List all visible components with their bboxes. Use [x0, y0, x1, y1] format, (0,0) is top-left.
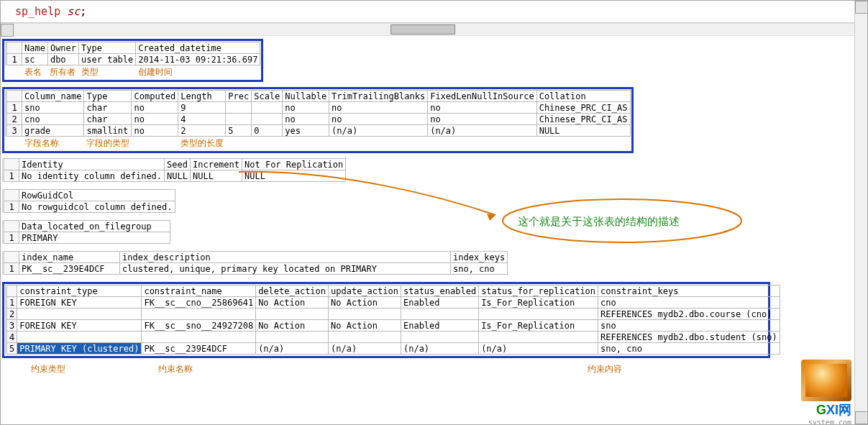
- cell: [256, 332, 329, 343]
- cell: (n/a): [256, 343, 329, 355]
- table-row[interactable]: 2cnocharno4 nononoChinese_PRC_CI_AS: [6, 114, 631, 125]
- row-number: 1: [4, 201, 19, 213]
- table-row[interactable]: 1 sc dbo user table 2014-11-03 09:21:36.…: [6, 54, 260, 65]
- cell: [329, 332, 401, 343]
- col: Type: [84, 91, 132, 102]
- table-row[interactable]: 1PK__sc__239E4DCFclustered, unique, prim…: [4, 263, 508, 275]
- table-row[interactable]: 4 REFERENCES mydb2.dbo.student (sno): [6, 332, 780, 343]
- cell: NULL: [190, 170, 242, 182]
- table-row[interactable]: 5PRIMARY KEY (clustered)PK__sc__239E4DCF…: [6, 343, 780, 355]
- cell: (n/a): [401, 343, 478, 355]
- sql-argument: sc: [67, 5, 80, 18]
- col-created: Created_datetime: [136, 42, 260, 54]
- col: Scale: [252, 91, 283, 102]
- table-row[interactable]: 1FOREIGN KEYFK__sc__cno__25869641No Acti…: [6, 297, 780, 309]
- cell: Chinese_PRC_CI_AS: [536, 114, 630, 125]
- row-number: 1: [6, 54, 22, 65]
- cell: (n/a): [479, 343, 598, 355]
- table-header-row: index_nameindex_descriptionindex_keys: [4, 252, 508, 263]
- col: Column_name: [22, 91, 84, 102]
- cell: [329, 309, 401, 320]
- cell: char: [84, 114, 132, 125]
- cell: user table: [79, 54, 136, 65]
- vertical-scrollbar[interactable]: [854, 1, 867, 424]
- cell: yes: [283, 125, 329, 137]
- table-row[interactable]: 3FOREIGN KEYFK__sc__sno__24927208No Acti…: [6, 320, 780, 332]
- table-header-row: constraint_typeconstraint_namedelete_act…: [6, 285, 780, 297]
- table-columns: Column_name Type Computed Length Prec Sc…: [5, 90, 631, 150]
- col: FixedLenNullInSource: [428, 91, 537, 102]
- cell: no: [132, 102, 178, 114]
- table-row[interactable]: 1No rowguidcol column defined.: [4, 201, 175, 213]
- table-basic-info: Name Owner Type Created_datetime 1 sc db…: [5, 42, 260, 78]
- cell: [17, 332, 142, 343]
- cell: no: [132, 114, 178, 125]
- cell: No Action: [329, 320, 401, 332]
- cell: REFERENCES mydb2.dbo.student (sno): [598, 332, 780, 343]
- site-logo: GXI网 system.com: [772, 360, 851, 423]
- cell: no: [132, 125, 178, 137]
- col: Computed: [132, 91, 178, 102]
- table-row[interactable]: 3gradesmallintno250yes(n/a)(n/a)NULL: [6, 125, 631, 137]
- row-number: 1: [4, 263, 19, 275]
- results-area: Name Owner Type Created_datetime 1 sc db…: [1, 36, 867, 380]
- annot: 约束类型: [31, 363, 153, 375]
- cell: sno, cno: [451, 263, 508, 275]
- col: index_description: [120, 252, 451, 263]
- cell: sno: [22, 102, 84, 114]
- table-identity: IdentitySeedIncrementNot For Replication…: [2, 158, 346, 182]
- row-number: 4: [6, 332, 17, 343]
- sql-command: sp_help: [15, 5, 60, 18]
- row-number: 2: [6, 309, 17, 320]
- row-number-header: [6, 285, 17, 297]
- horizontal-scrollbar[interactable]: [1, 23, 867, 36]
- row-number: 1: [6, 102, 22, 114]
- col: Prec: [226, 91, 252, 102]
- col: delete_action: [256, 285, 329, 297]
- cell: clustered, unique, primary key located o…: [120, 263, 451, 275]
- annot: 字段的类型: [84, 137, 132, 150]
- cell: no: [428, 114, 537, 125]
- cell: [256, 309, 329, 320]
- logo-subtext: system.com: [772, 419, 851, 425]
- table-header-row: IdentitySeedIncrementNot For Replication: [4, 159, 346, 170]
- col: constraint_keys: [598, 285, 780, 297]
- annot: 约束内容: [588, 363, 622, 375]
- cell: [142, 332, 256, 343]
- col: Not For Replication: [242, 159, 346, 170]
- row-number-header: [4, 252, 19, 263]
- table-row[interactable]: 1PRIMARY: [4, 232, 170, 244]
- cell: No identity column defined.: [19, 170, 165, 182]
- row-number: 1: [6, 297, 17, 309]
- sql-query: sp_help sc;: [1, 1, 867, 23]
- annotation-row: 约束类型 约束名称 约束内容: [2, 361, 863, 378]
- table-row[interactable]: 2 REFERENCES mydb2.dbo.course (cno): [6, 309, 780, 320]
- table-columns-box: Column_name Type Computed Length Prec Sc…: [2, 87, 634, 153]
- col: status_enabled: [401, 285, 478, 297]
- table-row[interactable]: 1snocharno9 nononoChinese_PRC_CI_AS: [6, 102, 631, 114]
- annotation-row: 表名 所有者 类型 创建时间: [6, 65, 260, 79]
- col: update_action: [329, 285, 401, 297]
- row-number-header: [6, 42, 22, 54]
- col: RowGuidCol: [19, 190, 175, 201]
- cell: No Action: [329, 297, 401, 309]
- cell: no: [329, 102, 428, 114]
- cell: dbo: [47, 54, 78, 65]
- row-number-header: [4, 159, 19, 170]
- cell: (n/a): [329, 343, 401, 355]
- cell: no: [428, 102, 537, 114]
- col: Collation: [536, 91, 630, 102]
- cell: sno: [598, 320, 780, 332]
- cell: Enabled: [401, 297, 478, 309]
- cell: no: [283, 114, 329, 125]
- scrollbar-thumb[interactable]: [390, 24, 455, 35]
- cell: char: [84, 102, 132, 114]
- logo-text: GXI网: [772, 401, 851, 419]
- cell: Is_For_Replication: [479, 320, 598, 332]
- cell: [479, 309, 598, 320]
- table-row[interactable]: 1No identity column defined.NULLNULLNULL: [4, 170, 346, 182]
- table-header-row: RowGuidCol: [4, 190, 175, 201]
- cell: no: [283, 102, 329, 114]
- cell: FK__sc__sno__24927208: [142, 320, 256, 332]
- row-number: 3: [6, 125, 22, 137]
